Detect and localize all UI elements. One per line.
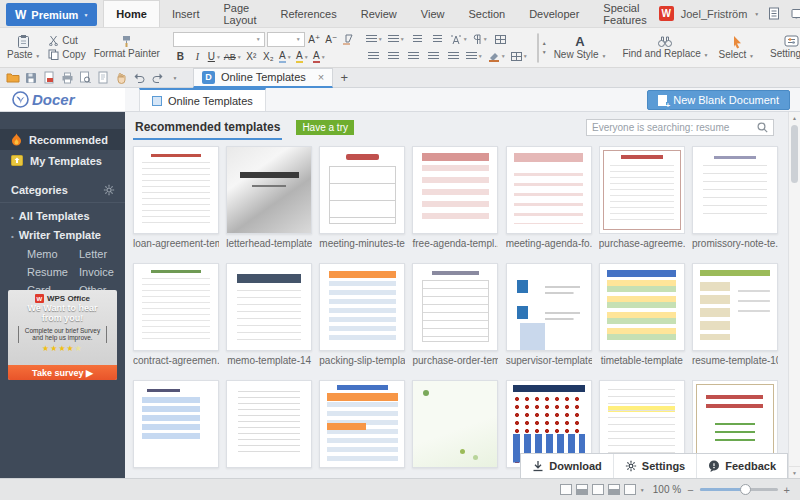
format-painter-button[interactable]: Format Painter xyxy=(89,29,165,66)
template-card-promissory-note-te[interactable]: promissory-note-te.. xyxy=(692,146,778,250)
open-file-icon[interactable] xyxy=(5,70,21,85)
feedback-button[interactable]: Feedback xyxy=(696,454,787,478)
sidebar-item-recommended[interactable]: Recommended xyxy=(0,129,125,150)
styles-gallery[interactable] xyxy=(537,33,539,63)
distribute-button[interactable] xyxy=(446,49,461,63)
full-screen-view-icon[interactable] xyxy=(560,484,572,495)
template-thumbnail[interactable] xyxy=(692,146,778,234)
subcategory-resume[interactable]: Resume xyxy=(27,266,79,278)
menu-tab-view[interactable]: View xyxy=(409,0,457,27)
cut-button[interactable]: Cut xyxy=(48,35,85,46)
zoom-out-button[interactable]: − xyxy=(687,484,693,496)
read-mode-icon[interactable] xyxy=(624,484,636,495)
clear-format-button[interactable] xyxy=(341,32,356,46)
settings-button[interactable]: Settings xyxy=(613,454,696,478)
menu-tab-page-layout[interactable]: Page Layout xyxy=(211,0,268,27)
template-thumbnail[interactable] xyxy=(226,263,312,351)
premium-menu-button[interactable]: W Premium ▼ xyxy=(6,3,97,26)
template-thumbnail[interactable] xyxy=(599,146,685,234)
new-tab-button[interactable]: + xyxy=(333,70,355,85)
template-thumbnail[interactable] xyxy=(226,380,312,468)
sidebar-item-my-templates[interactable]: My Templates xyxy=(0,150,125,171)
zoom-slider[interactable] xyxy=(700,488,778,491)
bullets-button[interactable]: ▼ xyxy=(366,32,383,46)
template-card-contract-agreemen[interactable]: contract-agreemen... xyxy=(133,263,219,367)
search-icon[interactable] xyxy=(757,122,768,133)
underline-button[interactable]: U▼ xyxy=(207,50,222,64)
menu-tab-special-features[interactable]: Special Features xyxy=(591,0,658,27)
increase-indent-button[interactable] xyxy=(430,32,445,46)
new-style-button[interactable]: A New Style ▼ xyxy=(549,29,612,66)
category-all-templates[interactable]: •All Templates xyxy=(0,203,125,222)
template-card-supervisor-template[interactable]: supervisor-template xyxy=(506,263,592,367)
numbering-button[interactable]: ▼ xyxy=(388,32,405,46)
quick-access-dropdown-icon[interactable]: ▼ xyxy=(167,70,183,85)
survey-ad-banner[interactable]: WWPS Office We Want to hearfrom you! Com… xyxy=(8,290,117,380)
view-mode-dropdown-icon[interactable]: ▼ xyxy=(640,487,645,493)
zoom-in-button[interactable]: + xyxy=(784,484,790,496)
menu-tab-developer[interactable]: Developer xyxy=(517,0,591,27)
template-card-meeting-agenda-fo[interactable]: meeting-agenda-fo.. xyxy=(506,146,592,250)
borders-button[interactable]: ▼ xyxy=(511,49,528,63)
template-card-packing-slip-templa[interactable]: packing-slip-templa. xyxy=(319,263,405,367)
gallery-up-icon[interactable]: ▲ xyxy=(542,40,547,46)
subcategory-memo[interactable]: Memo xyxy=(27,248,79,260)
template-thumbnail[interactable] xyxy=(506,146,592,234)
doc-tool-icon[interactable] xyxy=(95,70,111,85)
scroll-up-button[interactable]: ▲ xyxy=(789,112,800,124)
search-input[interactable] xyxy=(592,122,753,133)
template-thumbnail[interactable] xyxy=(226,146,312,234)
align-right-button[interactable] xyxy=(406,49,421,63)
template-search-box[interactable] xyxy=(586,119,774,136)
subcategory-invoice[interactable]: Invoice xyxy=(79,266,125,278)
template-card[interactable] xyxy=(226,380,312,478)
print-icon[interactable] xyxy=(59,70,75,85)
font-family-select[interactable]: ▼ xyxy=(173,32,265,47)
find-replace-button[interactable]: Find and Replace ▼ xyxy=(617,29,713,66)
superscript-button[interactable]: X² xyxy=(244,50,259,64)
align-left-button[interactable] xyxy=(366,49,381,63)
export-pdf-icon[interactable] xyxy=(41,70,57,85)
template-card-letterhead-template[interactable]: letterhead-template.. xyxy=(226,146,312,250)
tab-close-icon[interactable]: × xyxy=(318,71,324,83)
select-button[interactable]: Select ▼ xyxy=(714,29,760,66)
recommended-templates-tab[interactable]: Recommended templates xyxy=(133,114,282,140)
template-card-loan-agreement-tem[interactable]: loan-agreement-tem xyxy=(133,146,219,250)
menu-tab-review[interactable]: Review xyxy=(349,0,409,27)
ribbon-settings-button[interactable]: Settings ▼ xyxy=(765,29,800,66)
insert-table-button[interactable] xyxy=(493,32,508,46)
template-card[interactable] xyxy=(319,380,405,478)
template-card-purchase-order-tem[interactable]: purchase-order-tem. xyxy=(412,263,498,367)
print-preview-icon[interactable] xyxy=(77,70,93,85)
styles-gallery-scroll[interactable]: ▲ ▼ xyxy=(540,29,549,66)
template-card-memo-template-14[interactable]: memo-template-14 xyxy=(226,263,312,367)
undo-icon[interactable] xyxy=(131,70,147,85)
print-layout-view-icon[interactable] xyxy=(576,484,588,495)
template-thumbnail[interactable] xyxy=(319,380,405,468)
template-thumbnail[interactable] xyxy=(319,263,405,351)
template-thumbnail[interactable] xyxy=(319,146,405,234)
document-tab-online-templates[interactable]: D Online Templates × xyxy=(193,68,333,88)
template-thumbnail[interactable] xyxy=(412,263,498,351)
message-icon[interactable] xyxy=(789,6,800,21)
template-thumbnail[interactable] xyxy=(412,146,498,234)
strikethrough-button[interactable]: AB▼ xyxy=(224,50,242,64)
template-card-meeting-minutes-te[interactable]: meeting-minutes-te.. xyxy=(319,146,405,250)
template-thumbnail[interactable] xyxy=(133,380,219,468)
template-thumbnail[interactable] xyxy=(506,263,592,351)
vertical-scrollbar[interactable]: ▲ ▼ xyxy=(788,112,800,478)
docs-icon[interactable] xyxy=(766,6,782,21)
template-card-timetable-template[interactable]: timetable-template xyxy=(599,263,685,367)
outline-view-icon[interactable] xyxy=(608,484,620,495)
menu-tab-section[interactable]: Section xyxy=(456,0,517,27)
category-writer-template[interactable]: •Writer Template xyxy=(0,222,125,241)
template-card[interactable] xyxy=(412,380,498,478)
decrease-indent-button[interactable] xyxy=(410,32,425,46)
align-center-button[interactable] xyxy=(386,49,401,63)
grow-font-button[interactable]: A⁺ xyxy=(307,32,322,46)
font-color-button[interactable]: A▼ xyxy=(312,50,327,64)
hand-tool-icon[interactable] xyxy=(113,70,129,85)
menu-tab-references[interactable]: References xyxy=(268,0,348,27)
phonetic-guide-button[interactable]: ▼ xyxy=(450,32,468,46)
menu-tab-home[interactable]: Home xyxy=(103,0,160,27)
